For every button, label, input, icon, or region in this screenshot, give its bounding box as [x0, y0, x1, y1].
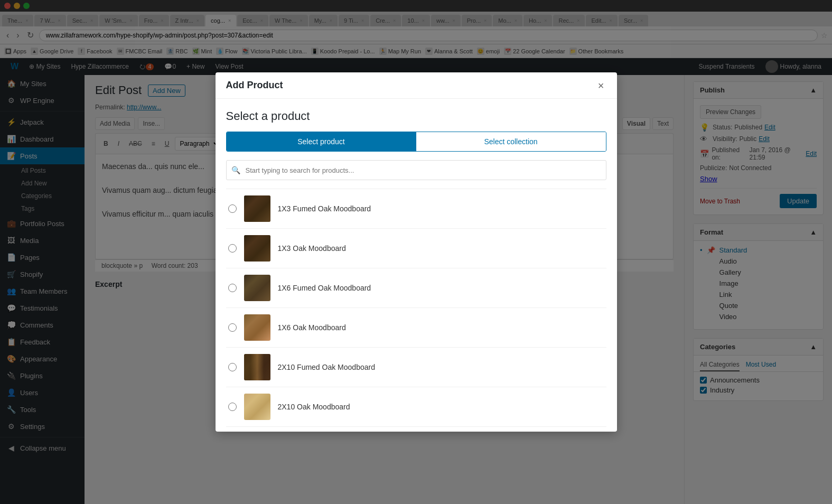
product-item[interactable]: 1X3 Fumed Oak Moodboard — [226, 189, 606, 229]
modal-body: Select a product Select product Select c… — [216, 99, 617, 432]
modal-overlay[interactable]: Add Product × Select a product Select pr… — [0, 0, 832, 504]
product-thumbnail-3 — [244, 314, 270, 341]
product-thumbnail-1 — [244, 235, 270, 262]
search-icon: 🔍 — [231, 166, 240, 174]
product-thumbnail-4 — [244, 354, 270, 380]
product-radio-5[interactable] — [228, 403, 237, 411]
product-item[interactable]: 1X6 Fumed Oak Moodboard — [226, 268, 606, 308]
product-name-1: 1X3 Oak Moodboard — [278, 244, 346, 253]
modal-select-title: Select a product — [226, 109, 606, 123]
add-product-modal: Add Product × Select a product Select pr… — [216, 72, 617, 432]
product-item[interactable]: 2X10 Fumed Oak Moodboard — [226, 348, 606, 387]
product-search-wrapper: 🔍 — [226, 160, 606, 180]
modal-close-button[interactable]: × — [596, 80, 606, 91]
modal-title: Add Product — [226, 80, 283, 91]
product-name-3: 1X6 Oak Moodboard — [278, 323, 346, 332]
product-search-input[interactable] — [226, 160, 606, 180]
product-item[interactable]: 1X6 Oak Moodboard — [226, 308, 606, 348]
select-product-tab[interactable]: Select product — [227, 132, 416, 151]
product-radio-4[interactable] — [228, 363, 237, 371]
product-item[interactable]: 2X10 Oak Moodboard — [226, 387, 606, 427]
select-collection-tab[interactable]: Select collection — [416, 132, 606, 151]
modal-header: Add Product × — [216, 72, 617, 99]
product-name-2: 1X6 Fumed Oak Moodboard — [278, 284, 371, 292]
product-list: 1X3 Fumed Oak Moodboard 1X3 Oak Moodboar… — [226, 189, 606, 432]
product-name-5: 2X10 Oak Moodboard — [278, 403, 350, 411]
product-thumbnail-2 — [244, 275, 270, 301]
product-name-4: 2X10 Fumed Oak Moodboard — [278, 363, 375, 371]
product-item[interactable]: 2X6 Fumed Oak Moodboard — [226, 427, 606, 432]
product-radio-3[interactable] — [228, 323, 237, 332]
product-item[interactable]: 1X3 Oak Moodboard — [226, 229, 606, 268]
modal-tabs: Select product Select collection — [226, 132, 606, 152]
product-thumbnail-5 — [244, 394, 270, 420]
product-radio-2[interactable] — [228, 284, 237, 292]
product-radio-1[interactable] — [228, 244, 237, 253]
product-name-0: 1X3 Fumed Oak Moodboard — [278, 204, 371, 213]
product-thumbnail-0 — [244, 195, 270, 222]
product-radio-0[interactable] — [228, 204, 237, 213]
